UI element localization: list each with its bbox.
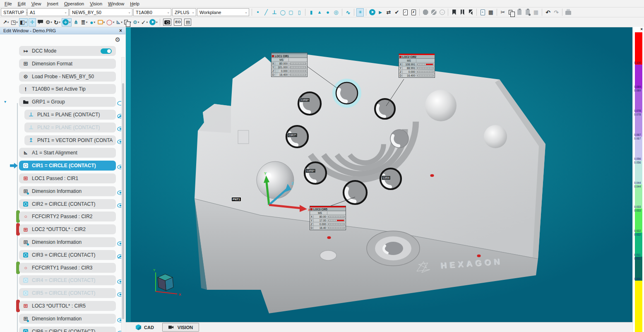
comment-icon[interactable] — [37, 18, 44, 26]
report-graph-icon[interactable]: ▤ — [183, 18, 192, 26]
cylinder-feature-icon[interactable]: ▮ — [308, 8, 315, 17]
menu-file[interactable]: File — [2, 1, 15, 6]
menu-help[interactable]: Help — [127, 1, 142, 6]
stop-disabled-icon[interactable] — [430, 8, 437, 17]
dropdown-caret-icon[interactable]: ▾ — [146, 21, 148, 24]
torus-feature-icon[interactable]: ◎ — [332, 8, 340, 17]
pan-view-icon[interactable]: ✛ — [29, 18, 36, 26]
menu-vision[interactable]: Vision — [87, 1, 105, 6]
command-fcfcirty2[interactable]: ○FCFCIRTY2 Passed : CIR2 — [19, 212, 116, 221]
slot-feature-icon[interactable]: ▯ — [296, 8, 303, 17]
command-loc2[interactable]: ⊞LOC2 *OUTTOL* : CIR2 — [19, 224, 116, 234]
command-cir1[interactable]: CIR1 = CIRCLE (CONTACT) — [19, 161, 116, 171]
summary-mode-icon[interactable]: ≡ — [479, 8, 486, 17]
cad-viewport[interactable]: Y Z X Y X HEXAGON CIR8*CIR7*CIR6*CIR4PNT… — [126, 27, 632, 322]
probe-options-icon[interactable]: ⚙▾ — [45, 18, 53, 26]
print-icon[interactable] — [565, 8, 572, 17]
circle-feature-icon[interactable]: ◯ — [279, 8, 286, 17]
auto-feature-icon[interactable]: ✳ — [356, 8, 364, 17]
close-icon[interactable]: × — [640, 27, 643, 31]
execute-from-cursor-icon[interactable]: ▶ — [377, 8, 384, 17]
command-grp1[interactable]: GRP1 = Group — [19, 97, 116, 107]
command-pnt1[interactable]: ↥PNT1 = VECTOR POINT (CONTACT) — [24, 135, 116, 145]
command-dimension[interactable]: ⊞Dimension Format — [19, 59, 116, 69]
menu-view[interactable]: View — [29, 1, 44, 6]
doc-check-icon[interactable]: ✓ — [401, 8, 409, 17]
rectangle-zone-icon[interactable]: ▾ — [97, 18, 106, 26]
probe-mode-icon[interactable]: ↗▾ — [2, 18, 10, 26]
execute-mini-icon[interactable]: ▾ — [149, 18, 158, 26]
workplane-dropdown[interactable]: Workplane⌄ — [197, 8, 249, 16]
bookmark-insert-icon[interactable] — [459, 8, 466, 17]
command-pln2[interactable]: ⊥PLN2 = PLANE (CONTACT) — [24, 123, 116, 132]
dropdown-caret-icon[interactable]: ▾ — [156, 21, 158, 24]
command-fcfcirty1[interactable]: ○FCFCIRTY1 Passed : CIR3 — [19, 263, 116, 273]
calculator-icon[interactable]: ▦ — [532, 8, 540, 17]
mark-done-icon[interactable]: ✔ — [393, 8, 401, 17]
doc-cancel-icon[interactable]: ✗ — [410, 8, 417, 17]
program-dropdown[interactable]: STARTUP⌄ — [1, 8, 26, 16]
ellipse-feature-icon[interactable]: ▢ — [287, 8, 295, 17]
dropdown-caret-icon[interactable]: ▾ — [25, 21, 27, 24]
bookmark-icon[interactable] — [450, 8, 458, 17]
cone-feature-icon[interactable]: ▲ — [316, 8, 323, 17]
measure-confirm-icon[interactable]: ✓▾ — [141, 18, 148, 26]
panel-scrollbar[interactable] — [121, 57, 125, 332]
stop-icon[interactable] — [422, 8, 429, 17]
workplane-axis-dropdown[interactable]: ZPLUS⌄ — [172, 8, 196, 16]
bookmark-remove-icon[interactable] — [467, 8, 474, 17]
dropdown-caret-icon[interactable]: ▾ — [16, 21, 18, 24]
command-pln1[interactable]: ⊥PLN1 = PLANE (CONTACT) — [24, 110, 116, 120]
command-mode-icon[interactable]: ▦ — [487, 8, 495, 17]
continue-icon[interactable]: → — [438, 8, 446, 17]
sphere-feature-icon[interactable]: ● — [324, 8, 332, 17]
dropdown-caret-icon[interactable]: ▾ — [113, 21, 115, 24]
curve-feature-icon[interactable]: ∿ — [344, 8, 352, 17]
dropdown-caret-icon[interactable]: ▾ — [50, 21, 52, 24]
command-cir6[interactable]: CIR6 = CIRCLE (CONTACT) — [19, 327, 116, 332]
copy-icon[interactable] — [507, 8, 515, 17]
edit-window-titlebar[interactable]: Edit Window - Demo.PRG × — [0, 27, 125, 34]
alignment-dropdown[interactable]: A1⌄ — [27, 8, 69, 16]
command-a1[interactable]: ⊾A1 = Start Alignment — [19, 148, 116, 158]
dropdown-caret-icon[interactable]: ▾ — [69, 21, 71, 24]
plane-feature-icon[interactable]: ⊥ — [271, 8, 278, 17]
command-cir4[interactable]: CIR4 = CIRCLE (CONTACT) — [19, 275, 116, 285]
quick-align-icon[interactable]: ⊾▾ — [115, 18, 123, 26]
dropdown-caret-icon[interactable]: ▾ — [86, 21, 88, 24]
command-loc1[interactable]: ⊞LOC1 Passed : CIR1 — [19, 173, 116, 183]
report-options-icon[interactable]: ≣▾ — [81, 18, 88, 26]
menu-operation[interactable]: Operation — [61, 1, 87, 6]
tab-vision[interactable]: VISION — [162, 323, 199, 332]
loop-commands-icon[interactable]: ⇄ — [385, 8, 392, 17]
camera-snapshot-icon[interactable] — [162, 18, 172, 26]
paste-icon[interactable] — [516, 8, 523, 17]
probe-file-dropdown[interactable]: NEW5_BY_50⌄ — [70, 8, 132, 16]
dropdown-caret-icon[interactable]: ▾ — [103, 21, 105, 24]
dropdown-caret-icon[interactable]: ▾ — [59, 21, 61, 24]
shaded-view-icon[interactable]: ◧▾ — [19, 18, 28, 26]
paste-special-icon[interactable] — [524, 8, 531, 17]
undo-icon[interactable]: ↶ — [544, 8, 552, 17]
command-dimension[interactable]: ⊞Dimension Information — [19, 237, 116, 247]
menu-edit[interactable]: Edit — [15, 1, 29, 6]
view-setup-icon[interactable]: ◳▾ — [10, 18, 18, 26]
active-tip-dropdown[interactable]: T1A0B0⌄ — [133, 8, 171, 16]
command-cir5[interactable]: CIR5 = CIRCLE (CONTACT) — [19, 288, 116, 298]
line-feature-icon[interactable]: ╱ — [262, 8, 270, 17]
dropdown-caret-icon[interactable]: ▾ — [94, 21, 96, 24]
command-dimension[interactable]: ⊞Dimension Information — [19, 186, 116, 196]
menu-insert[interactable]: Insert — [44, 1, 61, 6]
menu-window[interactable]: Window — [105, 1, 127, 6]
command-loc3[interactable]: ⊞LOC3 *OUTTOL* : CIR5 — [19, 301, 116, 311]
dropdown-caret-icon[interactable]: ▾ — [138, 21, 139, 24]
execute-icon[interactable] — [368, 8, 376, 17]
command-cir3[interactable]: CIR3 = CIRCLE (CONTACT) — [19, 250, 116, 260]
cut-icon[interactable]: ✂ — [499, 8, 507, 17]
collapse-arrow-icon[interactable]: ▾ — [4, 99, 6, 104]
redo-icon[interactable]: ↷ — [553, 8, 560, 17]
command-dcc[interactable]: ↦DCC Mode — [19, 46, 116, 56]
window-layout-icon[interactable]: ▾ — [124, 18, 132, 26]
path-options-icon[interactable]: ⚙▾ — [132, 18, 140, 26]
command-load[interactable]: ⊙Load Probe - NEW5_BY_50 — [19, 72, 116, 82]
